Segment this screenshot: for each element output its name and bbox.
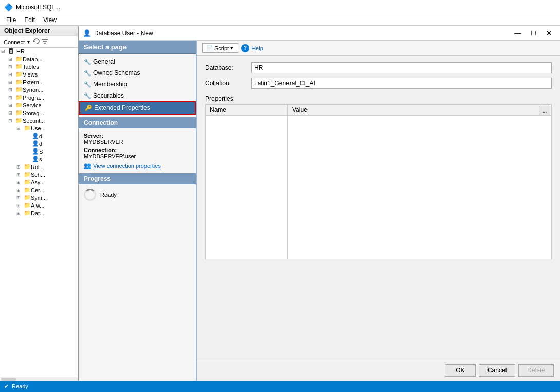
ssms-title: Microsoft SQL... — [16, 4, 60, 11]
form-content: Database: Collation: Properties: — [197, 56, 560, 360]
menu-file[interactable]: File — [2, 15, 20, 25]
page-item-securables[interactable]: 🔧 Securables — [79, 90, 196, 101]
folder-icon: 📁 — [24, 171, 31, 178]
folder-icon: 📁 — [24, 210, 31, 216]
tree-item[interactable]: ⊞ 📁 Datab... — [0, 55, 78, 63]
status-icon: ✔ — [4, 383, 9, 390]
tree-label: d — [39, 133, 42, 139]
folder-icon: 📁 — [24, 194, 31, 201]
folder-icon: 📁 — [15, 63, 23, 70]
oe-toolbar: Connect ▾ — [0, 36, 78, 48]
tree-item[interactable]: ⊟ 📁 Securit... — [0, 117, 78, 124]
view-connection-link[interactable]: 👥 View connection properties — [84, 162, 191, 169]
tree-item[interactable]: ⊞ 📁 Storag... — [0, 109, 78, 117]
tree-item[interactable]: ⊞ 📁 Views — [0, 70, 78, 78]
folder-icon: 📁 — [15, 55, 23, 62]
tree-item[interactable]: 👤 d — [0, 132, 78, 140]
tree-item[interactable]: ⊞ 📁 Progra... — [0, 94, 78, 101]
empty-row — [206, 116, 552, 259]
page-item-membership[interactable]: 🔧 Membership — [79, 79, 196, 90]
database-row: Database: — [205, 62, 552, 73]
tree-label: Asy... — [31, 179, 45, 185]
connection-link-icon: 👥 — [84, 162, 91, 169]
folder-icon: 📁 — [15, 117, 23, 124]
tree-label: Synon... — [23, 87, 43, 93]
properties-section: Properties: Name Value ... — [205, 95, 552, 259]
tree-item[interactable]: ⊟ 🗄 HR — [0, 48, 78, 55]
refresh-icon[interactable] — [33, 38, 40, 45]
tree-item[interactable]: 👤 S — [0, 147, 78, 155]
filter-icon[interactable] — [41, 38, 48, 45]
tree-area[interactable]: ⊟ 🗄 HR ⊞ 📁 Datab... ⊞ 📁 Tables — [0, 48, 78, 377]
user-icon: 👤 — [32, 156, 39, 162]
ssms-icon: 🔷 — [4, 3, 13, 11]
ellipsis-button[interactable]: ... — [539, 106, 550, 115]
ok-button[interactable]: OK — [445, 364, 476, 377]
wrench-icon: 🔧 — [84, 59, 91, 65]
delete-button[interactable]: Delete — [518, 364, 554, 377]
tree-item[interactable]: ⊞ 📁 Asy... — [0, 178, 78, 186]
tree-item[interactable]: ⊞ 📁 Cer... — [0, 186, 78, 194]
wrench-icon-3: 🔧 — [84, 81, 91, 88]
folder-icon: 📁 — [15, 71, 23, 78]
bottom-toolbar: OK Cancel Delete — [197, 360, 560, 381]
menu-edit[interactable]: Edit — [20, 15, 39, 25]
value-column-header: Value ... — [288, 105, 552, 116]
tree-item[interactable]: ⊞ 📁 Extern... — [0, 78, 78, 86]
progress-info: Ready — [79, 184, 196, 205]
tree-item[interactable]: 👤 d — [0, 140, 78, 147]
script-dropdown-arrow: ▾ — [230, 45, 233, 51]
horizontal-scrollbar[interactable] — [1, 378, 16, 381]
database-input[interactable] — [251, 62, 552, 73]
tree-label: Rol... — [31, 164, 44, 170]
db-icon: 🗄 — [8, 48, 16, 54]
page-item-extended-properties[interactable]: 🔑 Extended Properties — [79, 101, 196, 115]
minimize-button[interactable]: — — [511, 28, 525, 39]
connect-button[interactable]: Connect — [2, 39, 26, 46]
page-list: 🔧 General 🔧 Owned Schemas 🔧 Membership — [79, 54, 196, 117]
folder-icon: 📁 — [15, 86, 23, 93]
tree-label: Sym... — [31, 195, 47, 201]
dialog-icon: 👤 — [83, 29, 91, 37]
svg-marker-0 — [33, 40, 35, 42]
folder-icon: 📁 — [24, 163, 31, 170]
folder-icon: 📁 — [24, 179, 31, 185]
tree-item[interactable]: ⊟ 📁 Use... — [0, 124, 78, 132]
tree-label: Securit... — [23, 118, 45, 124]
connection-info: Server: MYDBSERVER Connection: MYDBSERVE… — [79, 128, 196, 173]
wrench-icon-4: 🔧 — [84, 92, 91, 99]
tree-item[interactable]: ⊞ 📁 Tables — [0, 63, 78, 70]
user-icon: 👤 — [32, 133, 39, 139]
connect-dropdown-icon[interactable]: ▾ — [27, 39, 30, 45]
tree-item[interactable]: 👤 s — [0, 155, 78, 163]
tree-label: Cer... — [31, 187, 44, 193]
help-button[interactable]: ? Help — [241, 44, 263, 52]
page-item-general[interactable]: 🔧 General — [79, 56, 196, 67]
tree-item[interactable]: ⊞ 📁 Rol... — [0, 163, 78, 171]
tree-label: Tables — [23, 64, 39, 70]
tree-item[interactable]: ⊞ 📁 Dat... — [0, 209, 78, 217]
tree-item[interactable]: ⊞ 📁 Alw... — [0, 201, 78, 209]
object-explorer-panel: Object Explorer Connect ▾ — [0, 26, 78, 381]
cancel-button[interactable]: Cancel — [479, 364, 515, 377]
collation-input[interactable] — [251, 78, 552, 89]
folder-icon: 📁 — [15, 79, 23, 85]
menu-view[interactable]: View — [39, 15, 61, 25]
tree-label: Sch... — [31, 172, 45, 178]
page-item-owned-schemas[interactable]: 🔧 Owned Schemas — [79, 67, 196, 79]
tree-item[interactable]: ⊞ 📁 Sym... — [0, 194, 78, 201]
tree-label: Alw... — [31, 202, 44, 209]
tree-label: Datab... — [23, 56, 43, 62]
tree-label: Use... — [31, 125, 46, 132]
database-label: Database: — [205, 64, 251, 71]
folder-icon: 📁 — [24, 186, 31, 193]
folder-icon: 📁 — [15, 109, 23, 116]
close-button[interactable]: ✕ — [541, 28, 556, 39]
tree-item[interactable]: ⊞ 📁 Synon... — [0, 86, 78, 94]
tree-item[interactable]: ⊞ 📁 Service — [0, 101, 78, 109]
tree-item[interactable]: ⊞ 📁 Sch... — [0, 171, 78, 178]
maximize-button[interactable]: ☐ — [526, 28, 540, 39]
script-button[interactable]: 📄 Script ▾ — [202, 43, 238, 53]
properties-label: Properties: — [205, 95, 552, 102]
right-content: 📄 Script ▾ ? Help Database: — [197, 41, 560, 381]
